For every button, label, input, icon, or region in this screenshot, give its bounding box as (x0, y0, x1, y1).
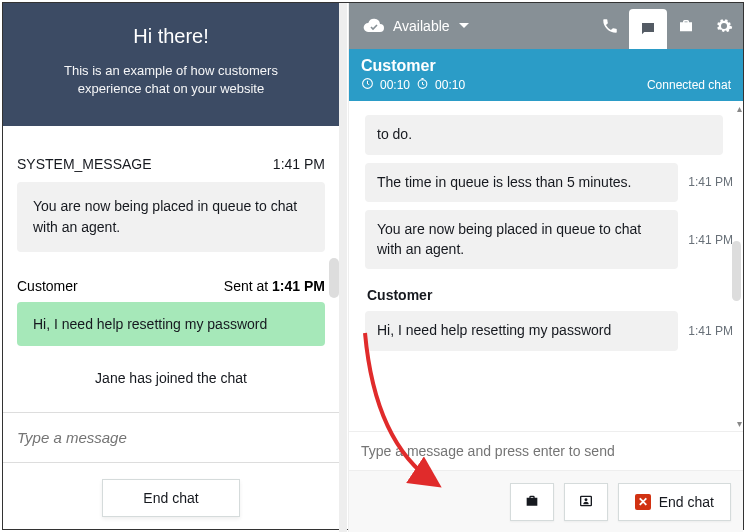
customer-sent-time: Sent at 1:41 PM (224, 278, 325, 294)
timer-1: 00:10 (380, 78, 410, 92)
scroll-down-icon[interactable]: ▾ (737, 418, 742, 429)
clock-icon (361, 77, 374, 93)
phone-tab[interactable] (591, 3, 629, 49)
message-time: 1:41 PM (688, 324, 733, 338)
agent-message-input[interactable] (361, 443, 731, 459)
ccp-topbar: Available (349, 3, 743, 49)
customer-chat-widget: Hi there! This is an example of how cust… (3, 3, 347, 532)
message-bubble: You are now being placed in queue to cha… (365, 210, 678, 269)
customer-message-bubble: Hi, I need help resetting my password (17, 302, 325, 346)
agent-footer: ✕ End chat (349, 470, 743, 532)
incoming-sender-label: Customer (367, 287, 733, 303)
timer-2: 00:10 (435, 78, 465, 92)
end-chat-label: End chat (659, 494, 714, 510)
settings-button[interactable] (705, 3, 743, 49)
message-time: 1:41 PM (688, 175, 733, 189)
case-tab[interactable] (667, 3, 705, 49)
widget-title: Hi there! (33, 25, 309, 48)
system-message-bubble: You are now being placed in queue to cha… (17, 182, 325, 252)
chat-tab[interactable] (629, 9, 667, 49)
end-chat-button[interactable]: ✕ End chat (618, 483, 731, 521)
message-row: to do. (365, 115, 733, 155)
agent-chat-transcript: ▴ ▾ to do. The time in queue is less tha… (349, 101, 743, 431)
scrollbar-thumb[interactable] (329, 258, 339, 298)
system-label: SYSTEM_MESSAGE (17, 156, 152, 172)
briefcase-icon (523, 493, 541, 512)
connection-status: Connected chat (647, 78, 731, 92)
briefcase-button[interactable] (510, 483, 554, 521)
system-time: 1:41 PM (273, 156, 325, 172)
customer-label: Customer (17, 278, 78, 294)
message-row: The time in queue is less than 5 minutes… (365, 163, 733, 203)
agent-input-area (349, 431, 743, 470)
chat-header: Customer 00:10 00:10 Connected chat (349, 49, 743, 101)
agent-joined-notice: Jane has joined the chat (17, 370, 325, 386)
stopwatch-icon (416, 77, 429, 93)
agent-status-selector[interactable]: Available (349, 3, 484, 49)
message-input[interactable] (11, 421, 331, 454)
message-row: You are now being placed in queue to cha… (365, 210, 733, 269)
agent-ccp-panel: Available Customer 00:10 00:10 Connected… (348, 3, 743, 532)
contact-card-button[interactable] (564, 483, 608, 521)
agent-status-text: Available (393, 18, 450, 34)
message-bubble: The time in queue is less than 5 minutes… (365, 163, 678, 203)
system-message-header: SYSTEM_MESSAGE 1:41 PM (17, 156, 325, 172)
widget-header: Hi there! This is an example of how cust… (3, 3, 339, 126)
message-time: 1:41 PM (688, 233, 733, 247)
widget-subtitle: This is an example of how customers expe… (33, 62, 309, 98)
scroll-up-icon[interactable]: ▴ (737, 103, 742, 114)
message-bubble: Hi, I need help resetting my password (365, 311, 678, 351)
end-chat-button[interactable]: End chat (102, 479, 239, 517)
close-x-icon: ✕ (635, 494, 651, 510)
contact-card-icon (577, 493, 595, 512)
scrollbar-thumb[interactable] (732, 241, 741, 301)
chat-transcript: SYSTEM_MESSAGE 1:41 PM You are now being… (3, 126, 339, 412)
cloud-check-icon (363, 18, 385, 34)
customer-message-header: Customer Sent at 1:41 PM (17, 278, 325, 294)
svg-point-3 (584, 498, 587, 501)
widget-footer: End chat (3, 462, 339, 532)
chat-contact-name: Customer (361, 57, 731, 75)
message-row: Hi, I need help resetting my password 1:… (365, 311, 733, 351)
message-input-area (3, 412, 339, 462)
message-bubble: to do. (365, 115, 723, 155)
chevron-down-icon (458, 22, 470, 30)
